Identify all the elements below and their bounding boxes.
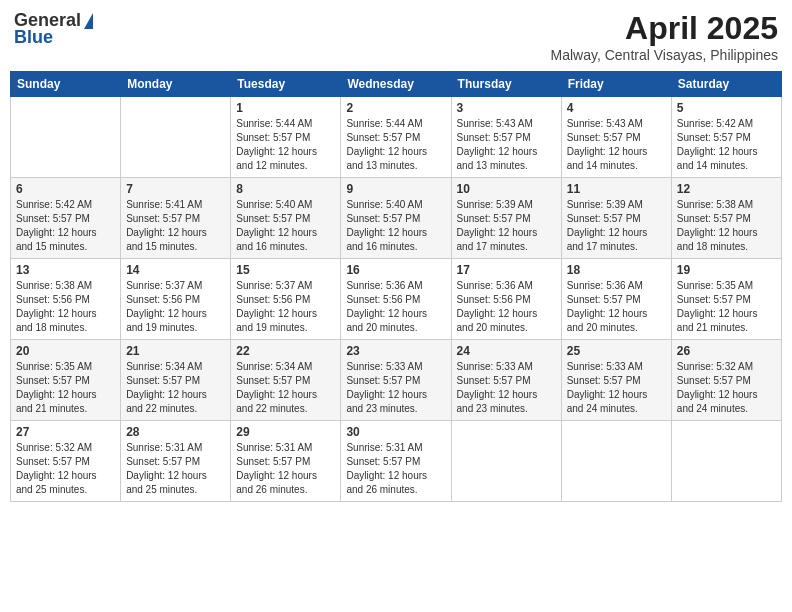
calendar-cell: 11Sunrise: 5:39 AM Sunset: 5:57 PM Dayli… — [561, 178, 671, 259]
day-number: 30 — [346, 425, 445, 439]
logo: General Blue — [14, 10, 93, 48]
day-info: Sunrise: 5:39 AM Sunset: 5:57 PM Dayligh… — [567, 198, 666, 254]
calendar-cell: 16Sunrise: 5:36 AM Sunset: 5:56 PM Dayli… — [341, 259, 451, 340]
calendar-cell: 2Sunrise: 5:44 AM Sunset: 5:57 PM Daylig… — [341, 97, 451, 178]
page-header: General Blue April 2025 Malway, Central … — [10, 10, 782, 63]
calendar-cell — [451, 421, 561, 502]
day-info: Sunrise: 5:34 AM Sunset: 5:57 PM Dayligh… — [236, 360, 335, 416]
calendar-cell: 20Sunrise: 5:35 AM Sunset: 5:57 PM Dayli… — [11, 340, 121, 421]
day-number: 22 — [236, 344, 335, 358]
calendar-cell: 19Sunrise: 5:35 AM Sunset: 5:57 PM Dayli… — [671, 259, 781, 340]
calendar-cell: 1Sunrise: 5:44 AM Sunset: 5:57 PM Daylig… — [231, 97, 341, 178]
day-info: Sunrise: 5:36 AM Sunset: 5:57 PM Dayligh… — [567, 279, 666, 335]
day-number: 3 — [457, 101, 556, 115]
day-info: Sunrise: 5:40 AM Sunset: 5:57 PM Dayligh… — [346, 198, 445, 254]
calendar-cell: 18Sunrise: 5:36 AM Sunset: 5:57 PM Dayli… — [561, 259, 671, 340]
day-info: Sunrise: 5:36 AM Sunset: 5:56 PM Dayligh… — [457, 279, 556, 335]
day-info: Sunrise: 5:31 AM Sunset: 5:57 PM Dayligh… — [346, 441, 445, 497]
day-info: Sunrise: 5:35 AM Sunset: 5:57 PM Dayligh… — [16, 360, 115, 416]
day-info: Sunrise: 5:33 AM Sunset: 5:57 PM Dayligh… — [567, 360, 666, 416]
column-header-thursday: Thursday — [451, 72, 561, 97]
calendar-cell — [561, 421, 671, 502]
day-number: 12 — [677, 182, 776, 196]
calendar-cell: 7Sunrise: 5:41 AM Sunset: 5:57 PM Daylig… — [121, 178, 231, 259]
day-number: 19 — [677, 263, 776, 277]
day-number: 15 — [236, 263, 335, 277]
day-number: 4 — [567, 101, 666, 115]
column-header-sunday: Sunday — [11, 72, 121, 97]
calendar-cell: 15Sunrise: 5:37 AM Sunset: 5:56 PM Dayli… — [231, 259, 341, 340]
day-number: 29 — [236, 425, 335, 439]
day-info: Sunrise: 5:39 AM Sunset: 5:57 PM Dayligh… — [457, 198, 556, 254]
day-info: Sunrise: 5:34 AM Sunset: 5:57 PM Dayligh… — [126, 360, 225, 416]
day-number: 26 — [677, 344, 776, 358]
day-number: 21 — [126, 344, 225, 358]
day-number: 7 — [126, 182, 225, 196]
day-info: Sunrise: 5:31 AM Sunset: 5:57 PM Dayligh… — [126, 441, 225, 497]
day-info: Sunrise: 5:33 AM Sunset: 5:57 PM Dayligh… — [457, 360, 556, 416]
day-info: Sunrise: 5:37 AM Sunset: 5:56 PM Dayligh… — [236, 279, 335, 335]
day-number: 18 — [567, 263, 666, 277]
column-header-monday: Monday — [121, 72, 231, 97]
calendar-cell: 17Sunrise: 5:36 AM Sunset: 5:56 PM Dayli… — [451, 259, 561, 340]
logo-triangle-icon — [84, 13, 93, 29]
day-number: 13 — [16, 263, 115, 277]
logo-blue-text: Blue — [14, 27, 53, 48]
day-number: 20 — [16, 344, 115, 358]
calendar-cell: 30Sunrise: 5:31 AM Sunset: 5:57 PM Dayli… — [341, 421, 451, 502]
day-info: Sunrise: 5:32 AM Sunset: 5:57 PM Dayligh… — [677, 360, 776, 416]
column-header-wednesday: Wednesday — [341, 72, 451, 97]
title-block: April 2025 Malway, Central Visayas, Phil… — [551, 10, 778, 63]
day-number: 27 — [16, 425, 115, 439]
calendar-cell: 12Sunrise: 5:38 AM Sunset: 5:57 PM Dayli… — [671, 178, 781, 259]
day-info: Sunrise: 5:40 AM Sunset: 5:57 PM Dayligh… — [236, 198, 335, 254]
day-number: 5 — [677, 101, 776, 115]
calendar-cell: 8Sunrise: 5:40 AM Sunset: 5:57 PM Daylig… — [231, 178, 341, 259]
day-number: 9 — [346, 182, 445, 196]
calendar-cell: 13Sunrise: 5:38 AM Sunset: 5:56 PM Dayli… — [11, 259, 121, 340]
day-info: Sunrise: 5:43 AM Sunset: 5:57 PM Dayligh… — [457, 117, 556, 173]
column-header-friday: Friday — [561, 72, 671, 97]
day-number: 6 — [16, 182, 115, 196]
day-info: Sunrise: 5:44 AM Sunset: 5:57 PM Dayligh… — [346, 117, 445, 173]
calendar-cell: 26Sunrise: 5:32 AM Sunset: 5:57 PM Dayli… — [671, 340, 781, 421]
calendar-cell: 3Sunrise: 5:43 AM Sunset: 5:57 PM Daylig… — [451, 97, 561, 178]
calendar-cell: 29Sunrise: 5:31 AM Sunset: 5:57 PM Dayli… — [231, 421, 341, 502]
column-header-saturday: Saturday — [671, 72, 781, 97]
day-number: 8 — [236, 182, 335, 196]
day-info: Sunrise: 5:35 AM Sunset: 5:57 PM Dayligh… — [677, 279, 776, 335]
calendar-cell: 4Sunrise: 5:43 AM Sunset: 5:57 PM Daylig… — [561, 97, 671, 178]
column-header-tuesday: Tuesday — [231, 72, 341, 97]
calendar-cell: 28Sunrise: 5:31 AM Sunset: 5:57 PM Dayli… — [121, 421, 231, 502]
day-number: 10 — [457, 182, 556, 196]
calendar-cell — [121, 97, 231, 178]
day-info: Sunrise: 5:38 AM Sunset: 5:57 PM Dayligh… — [677, 198, 776, 254]
day-number: 17 — [457, 263, 556, 277]
day-number: 16 — [346, 263, 445, 277]
day-info: Sunrise: 5:32 AM Sunset: 5:57 PM Dayligh… — [16, 441, 115, 497]
calendar-cell: 24Sunrise: 5:33 AM Sunset: 5:57 PM Dayli… — [451, 340, 561, 421]
month-year-title: April 2025 — [551, 10, 778, 47]
calendar-cell — [671, 421, 781, 502]
calendar-cell — [11, 97, 121, 178]
day-number: 2 — [346, 101, 445, 115]
calendar-cell: 21Sunrise: 5:34 AM Sunset: 5:57 PM Dayli… — [121, 340, 231, 421]
day-info: Sunrise: 5:42 AM Sunset: 5:57 PM Dayligh… — [677, 117, 776, 173]
day-info: Sunrise: 5:43 AM Sunset: 5:57 PM Dayligh… — [567, 117, 666, 173]
calendar-table: SundayMondayTuesdayWednesdayThursdayFrid… — [10, 71, 782, 502]
day-info: Sunrise: 5:37 AM Sunset: 5:56 PM Dayligh… — [126, 279, 225, 335]
day-info: Sunrise: 5:41 AM Sunset: 5:57 PM Dayligh… — [126, 198, 225, 254]
day-info: Sunrise: 5:31 AM Sunset: 5:57 PM Dayligh… — [236, 441, 335, 497]
day-number: 11 — [567, 182, 666, 196]
day-number: 28 — [126, 425, 225, 439]
calendar-cell: 9Sunrise: 5:40 AM Sunset: 5:57 PM Daylig… — [341, 178, 451, 259]
calendar-cell: 22Sunrise: 5:34 AM Sunset: 5:57 PM Dayli… — [231, 340, 341, 421]
day-number: 1 — [236, 101, 335, 115]
day-number: 24 — [457, 344, 556, 358]
day-number: 14 — [126, 263, 225, 277]
day-info: Sunrise: 5:36 AM Sunset: 5:56 PM Dayligh… — [346, 279, 445, 335]
calendar-cell: 14Sunrise: 5:37 AM Sunset: 5:56 PM Dayli… — [121, 259, 231, 340]
day-number: 25 — [567, 344, 666, 358]
calendar-cell: 6Sunrise: 5:42 AM Sunset: 5:57 PM Daylig… — [11, 178, 121, 259]
calendar-cell: 5Sunrise: 5:42 AM Sunset: 5:57 PM Daylig… — [671, 97, 781, 178]
